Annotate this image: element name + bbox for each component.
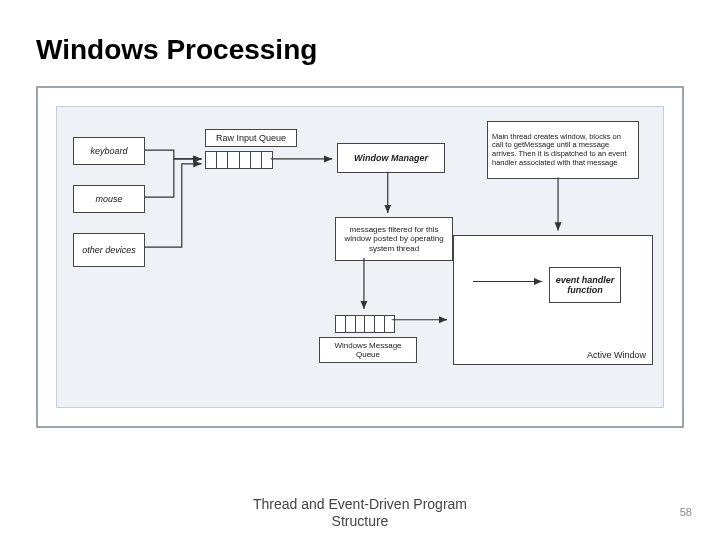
slide: Windows Processing keyboard mouse other … bbox=[0, 0, 720, 540]
message-filter-box: messages filtered for this window posted… bbox=[335, 217, 453, 261]
windows-message-queue bbox=[335, 315, 395, 333]
slide-title: Windows Processing bbox=[36, 34, 317, 66]
event-handler-box: event handler function bbox=[549, 267, 621, 303]
footer-line-1: Thread and Event-Driven Program bbox=[0, 496, 720, 513]
diagram-frame: keyboard mouse other devices Raw Input Q… bbox=[36, 86, 684, 428]
window-manager-box: Window Manager bbox=[337, 143, 445, 173]
keyboard-box: keyboard bbox=[73, 137, 145, 165]
mouse-box: mouse bbox=[73, 185, 145, 213]
windows-message-queue-label: Windows Message Queue bbox=[319, 337, 417, 363]
footer-line-2: Structure bbox=[0, 513, 720, 530]
slide-footer: Thread and Event-Driven Program Structur… bbox=[0, 496, 720, 530]
diagram-canvas: keyboard mouse other devices Raw Input Q… bbox=[56, 106, 664, 408]
other-devices-box: other devices bbox=[73, 233, 145, 267]
page-number: 58 bbox=[680, 506, 692, 518]
raw-input-queue bbox=[205, 151, 273, 169]
main-thread-annotation: Main thread creates window, blocks on ca… bbox=[487, 121, 639, 179]
raw-input-queue-label: Raw Input Queue bbox=[205, 129, 297, 147]
active-window-label: Active Window bbox=[587, 350, 646, 360]
